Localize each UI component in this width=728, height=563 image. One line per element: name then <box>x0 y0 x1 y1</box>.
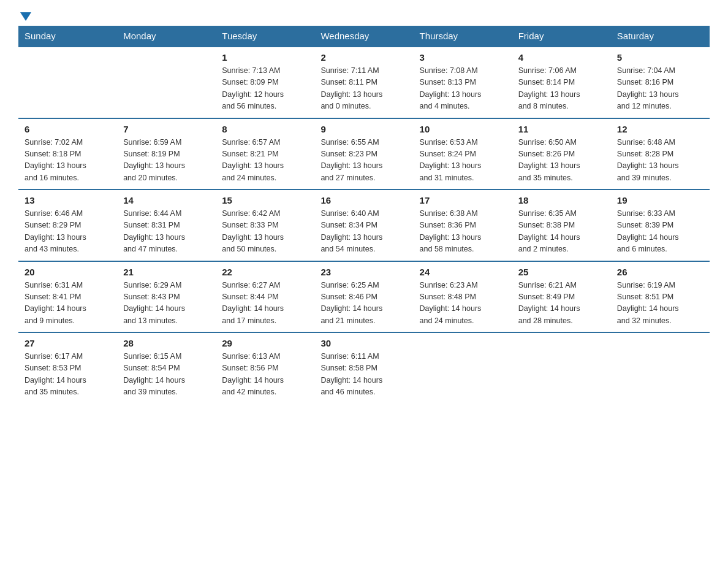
day-number: 24 <box>420 267 506 277</box>
day-number: 10 <box>420 124 506 134</box>
day-number: 18 <box>518 195 605 205</box>
day-number: 14 <box>123 195 210 205</box>
day-cell: 11Sunrise: 6:50 AM Sunset: 8:26 PM Dayli… <box>512 118 611 190</box>
day-info: Sunrise: 7:11 AM Sunset: 8:11 PM Dayligh… <box>320 65 407 113</box>
day-number: 13 <box>25 195 111 205</box>
day-info: Sunrise: 6:57 AM Sunset: 8:21 PM Dayligh… <box>222 137 308 185</box>
day-info: Sunrise: 7:13 AM Sunset: 8:09 PM Dayligh… <box>222 65 308 113</box>
day-cell: 23Sunrise: 6:25 AM Sunset: 8:46 PM Dayli… <box>314 261 413 333</box>
day-info: Sunrise: 6:23 AM Sunset: 8:48 PM Dayligh… <box>420 280 506 327</box>
day-cell <box>117 47 216 118</box>
day-info: Sunrise: 6:50 AM Sunset: 8:26 PM Dayligh… <box>518 137 605 185</box>
header-monday: Monday <box>117 26 216 47</box>
day-info: Sunrise: 6:40 AM Sunset: 8:34 PM Dayligh… <box>320 208 407 256</box>
day-info: Sunrise: 6:44 AM Sunset: 8:31 PM Dayligh… <box>123 208 210 256</box>
day-info: Sunrise: 7:06 AM Sunset: 8:14 PM Dayligh… <box>518 65 605 113</box>
day-info: Sunrise: 6:48 AM Sunset: 8:28 PM Dayligh… <box>617 137 703 185</box>
day-number: 3 <box>420 52 506 63</box>
day-cell: 16Sunrise: 6:40 AM Sunset: 8:34 PM Dayli… <box>314 190 413 261</box>
day-number: 20 <box>25 267 111 277</box>
day-info: Sunrise: 6:31 AM Sunset: 8:41 PM Dayligh… <box>25 280 111 327</box>
day-info: Sunrise: 7:04 AM Sunset: 8:16 PM Dayligh… <box>617 65 703 113</box>
day-number: 8 <box>222 124 308 134</box>
day-number: 26 <box>617 267 703 277</box>
day-cell: 2Sunrise: 7:11 AM Sunset: 8:11 PM Daylig… <box>314 47 413 118</box>
day-cell: 25Sunrise: 6:21 AM Sunset: 8:49 PM Dayli… <box>512 261 611 333</box>
day-info: Sunrise: 6:38 AM Sunset: 8:36 PM Dayligh… <box>420 208 506 256</box>
day-cell: 28Sunrise: 6:15 AM Sunset: 8:54 PM Dayli… <box>117 332 216 404</box>
day-number: 4 <box>518 52 605 63</box>
day-info: Sunrise: 6:15 AM Sunset: 8:54 PM Dayligh… <box>123 351 210 399</box>
header-saturday: Saturday <box>611 26 710 47</box>
day-info: Sunrise: 6:13 AM Sunset: 8:56 PM Dayligh… <box>222 351 308 399</box>
day-cell: 29Sunrise: 6:13 AM Sunset: 8:56 PM Dayli… <box>216 332 314 404</box>
day-info: Sunrise: 6:25 AM Sunset: 8:46 PM Dayligh… <box>320 280 407 327</box>
day-cell: 4Sunrise: 7:06 AM Sunset: 8:14 PM Daylig… <box>512 47 611 118</box>
week-row-4: 20Sunrise: 6:31 AM Sunset: 8:41 PM Dayli… <box>18 261 710 333</box>
day-info: Sunrise: 6:29 AM Sunset: 8:43 PM Dayligh… <box>123 280 210 327</box>
day-cell: 21Sunrise: 6:29 AM Sunset: 8:43 PM Dayli… <box>117 261 216 333</box>
day-number: 19 <box>617 195 703 205</box>
logo-arrow-icon <box>20 12 31 21</box>
day-number: 22 <box>222 267 308 277</box>
day-cell: 13Sunrise: 6:46 AM Sunset: 8:29 PM Dayli… <box>18 190 117 261</box>
day-number: 2 <box>320 52 407 63</box>
day-cell: 18Sunrise: 6:35 AM Sunset: 8:38 PM Dayli… <box>512 190 611 261</box>
day-cell: 26Sunrise: 6:19 AM Sunset: 8:51 PM Dayli… <box>611 261 710 333</box>
week-row-1: 1Sunrise: 7:13 AM Sunset: 8:09 PM Daylig… <box>18 47 710 118</box>
day-number: 25 <box>518 267 605 277</box>
day-info: Sunrise: 6:53 AM Sunset: 8:24 PM Dayligh… <box>420 137 506 185</box>
week-row-2: 6Sunrise: 7:02 AM Sunset: 8:18 PM Daylig… <box>18 118 710 190</box>
day-cell: 12Sunrise: 6:48 AM Sunset: 8:28 PM Dayli… <box>611 118 710 190</box>
day-number: 6 <box>25 124 111 134</box>
day-cell: 17Sunrise: 6:38 AM Sunset: 8:36 PM Dayli… <box>414 190 512 261</box>
day-cell: 5Sunrise: 7:04 AM Sunset: 8:16 PM Daylig… <box>611 47 710 118</box>
day-cell: 22Sunrise: 6:27 AM Sunset: 8:44 PM Dayli… <box>216 261 314 333</box>
day-info: Sunrise: 6:19 AM Sunset: 8:51 PM Dayligh… <box>617 280 703 327</box>
day-info: Sunrise: 6:33 AM Sunset: 8:39 PM Dayligh… <box>617 208 703 256</box>
day-cell: 7Sunrise: 6:59 AM Sunset: 8:19 PM Daylig… <box>117 118 216 190</box>
day-cell: 6Sunrise: 7:02 AM Sunset: 8:18 PM Daylig… <box>18 118 117 190</box>
day-cell <box>512 332 611 404</box>
day-number: 9 <box>320 124 407 134</box>
day-cell <box>611 332 710 404</box>
page-header <box>18 12 710 20</box>
day-number: 17 <box>420 195 506 205</box>
day-number: 16 <box>320 195 407 205</box>
day-cell: 24Sunrise: 6:23 AM Sunset: 8:48 PM Dayli… <box>414 261 512 333</box>
day-cell: 20Sunrise: 6:31 AM Sunset: 8:41 PM Dayli… <box>18 261 117 333</box>
day-number: 7 <box>123 124 210 134</box>
header-sunday: Sunday <box>18 26 117 47</box>
day-cell <box>18 47 117 118</box>
week-row-3: 13Sunrise: 6:46 AM Sunset: 8:29 PM Dayli… <box>18 190 710 261</box>
day-number: 27 <box>25 338 111 348</box>
day-cell: 8Sunrise: 6:57 AM Sunset: 8:21 PM Daylig… <box>216 118 314 190</box>
day-info: Sunrise: 6:35 AM Sunset: 8:38 PM Dayligh… <box>518 208 605 256</box>
header-wednesday: Wednesday <box>314 26 413 47</box>
day-number: 15 <box>222 195 308 205</box>
day-info: Sunrise: 6:59 AM Sunset: 8:19 PM Dayligh… <box>123 137 210 185</box>
day-number: 12 <box>617 124 703 134</box>
day-info: Sunrise: 6:42 AM Sunset: 8:33 PM Dayligh… <box>222 208 308 256</box>
day-info: Sunrise: 6:21 AM Sunset: 8:49 PM Dayligh… <box>518 280 605 327</box>
day-cell: 9Sunrise: 6:55 AM Sunset: 8:23 PM Daylig… <box>314 118 413 190</box>
day-cell: 19Sunrise: 6:33 AM Sunset: 8:39 PM Dayli… <box>611 190 710 261</box>
day-info: Sunrise: 6:17 AM Sunset: 8:53 PM Dayligh… <box>25 351 111 399</box>
day-number: 29 <box>222 338 308 348</box>
header-tuesday: Tuesday <box>216 26 314 47</box>
day-cell: 27Sunrise: 6:17 AM Sunset: 8:53 PM Dayli… <box>18 332 117 404</box>
week-row-5: 27Sunrise: 6:17 AM Sunset: 8:53 PM Dayli… <box>18 332 710 404</box>
day-cell: 10Sunrise: 6:53 AM Sunset: 8:24 PM Dayli… <box>414 118 512 190</box>
day-cell: 15Sunrise: 6:42 AM Sunset: 8:33 PM Dayli… <box>216 190 314 261</box>
day-number: 23 <box>320 267 407 277</box>
day-cell <box>414 332 512 404</box>
day-number: 11 <box>518 124 605 134</box>
day-info: Sunrise: 6:55 AM Sunset: 8:23 PM Dayligh… <box>320 137 407 185</box>
day-info: Sunrise: 6:11 AM Sunset: 8:58 PM Dayligh… <box>320 351 407 399</box>
day-number: 5 <box>617 52 703 63</box>
calendar-header-row: SundayMondayTuesdayWednesdayThursdayFrid… <box>18 26 710 47</box>
day-info: Sunrise: 6:27 AM Sunset: 8:44 PM Dayligh… <box>222 280 308 327</box>
day-cell: 30Sunrise: 6:11 AM Sunset: 8:58 PM Dayli… <box>314 332 413 404</box>
day-cell: 14Sunrise: 6:44 AM Sunset: 8:31 PM Dayli… <box>117 190 216 261</box>
day-info: Sunrise: 7:08 AM Sunset: 8:13 PM Dayligh… <box>420 65 506 113</box>
